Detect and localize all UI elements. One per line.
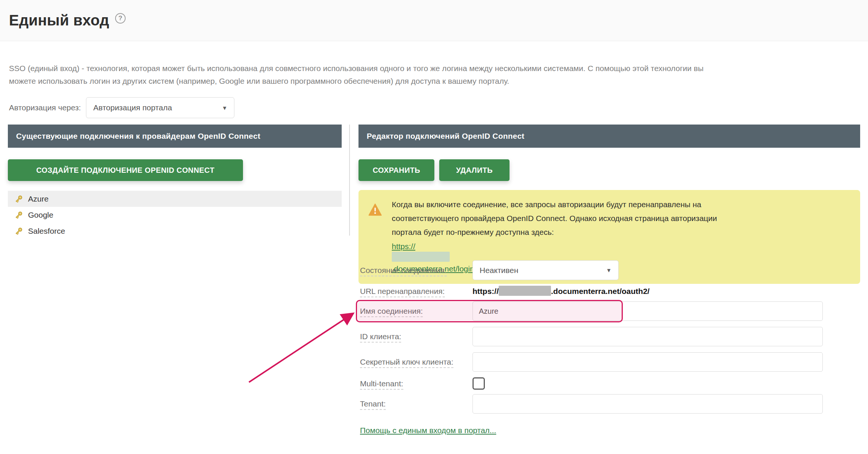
delete-button[interactable]: УДАЛИТЬ [439,159,510,181]
warning-line: соответствующего провайдера OpenID Conne… [392,211,717,225]
form-row-connection-name: Имя соединения: [360,301,823,321]
form-row-client-secret: Секретный ключ клиента: [360,352,823,372]
warning-line: портала будет по-прежнему доступна здесь… [392,225,717,239]
page-title: Единый вход [9,12,109,29]
page-description: SSO (единый вход) - технология, которая … [9,62,861,88]
redirect-url-label: URL перенаправления: [360,287,445,297]
form-row-redirect-url: URL перенаправления: https://.documenter… [360,285,650,298]
editor-buttons: СОХРАНИТЬ УДАЛИТЬ [358,159,860,181]
editor-panel: Редактор подключений OpenID Connect СОХР… [358,125,860,284]
url-suffix: .documenterra.net/oauth2/ [551,287,650,295]
save-button[interactable]: СОХРАНИТЬ [358,159,434,181]
tenant-input[interactable] [473,394,823,414]
state-select[interactable]: Неактивен ▼ [473,260,619,280]
client-secret-input[interactable] [473,352,823,372]
help-icon[interactable]: ? [115,13,126,24]
redacted-subdomain [499,286,551,296]
annotation-arrow [232,303,366,389]
connections-panel-header: Существующие подключения к провайдерам O… [8,125,342,148]
connection-item-google[interactable]: Google [8,207,342,223]
key-icon [14,211,23,220]
connection-name-input[interactable] [473,301,823,321]
auth-via-select[interactable]: Авторизация портала ▼ [86,97,234,118]
form-row-tenant: Tenant: [360,394,823,414]
auth-via-label: Авторизация через: [9,103,81,112]
description-line: SSO (единый вход) - технология, которая … [9,62,861,75]
form-row-client-id: ID клиента: [360,327,823,346]
connections-list: Azure Google [8,191,342,239]
sso-settings-page: Единый вход ? SSO (единый вход) - технол… [0,0,868,454]
client-secret-label: Секретный ключ клиента: [360,358,453,368]
editor-panel-header: Редактор подключений OpenID Connect [358,125,860,148]
key-icon [14,227,23,236]
multi-tenant-checkbox[interactable] [473,377,485,390]
connections-panel: Существующие подключения к провайдерам O… [8,125,342,239]
key-icon [14,194,23,203]
auth-via-row: Авторизация через: Авторизация портала ▼ [9,97,234,118]
chevron-down-icon: ▼ [606,267,612,273]
multi-tenant-label: Multi-tenant: [360,379,403,390]
url-prefix: https:// [473,287,499,295]
client-id-input[interactable] [473,327,823,346]
page-header: Единый вход ? [0,0,868,41]
form-row-state: Состояние соединения: Неактивен ▼ [360,260,619,280]
connection-item-label: Google [28,211,53,220]
link-prefix: https:// [392,239,558,253]
create-connection-button[interactable]: СОЗДАЙТЕ ПОДКЛЮЧЕНИЕ OPENID CONNECT [8,159,243,181]
state-label: Состояние соединения: [360,266,447,276]
tenant-label: Tenant: [360,399,386,410]
client-id-label: ID клиента: [360,332,401,343]
connection-name-label: Имя соединения: [360,307,423,317]
warning-icon [368,203,382,216]
auth-via-selected-value: Авторизация портала [93,103,172,112]
connection-item-label: Azure [28,194,49,203]
connection-item-salesforce[interactable]: Salesforce [8,223,342,239]
chevron-down-icon: ▼ [222,105,228,111]
panel-divider [349,125,350,236]
warning-line: Когда вы включите соединение, все запрос… [392,197,717,211]
state-selected-value: Неактивен [480,266,518,275]
connection-item-azure[interactable]: Azure [8,191,342,207]
description-line: можете использовать логин из других сист… [9,75,861,88]
form-row-multi-tenant: Multi-tenant: [360,377,485,390]
redirect-url-value: https://.documenterra.net/oauth2/ [473,287,650,296]
connection-item-label: Salesforce [28,227,65,236]
sso-help-link[interactable]: Помощь с единым входом в портал... [360,426,496,435]
